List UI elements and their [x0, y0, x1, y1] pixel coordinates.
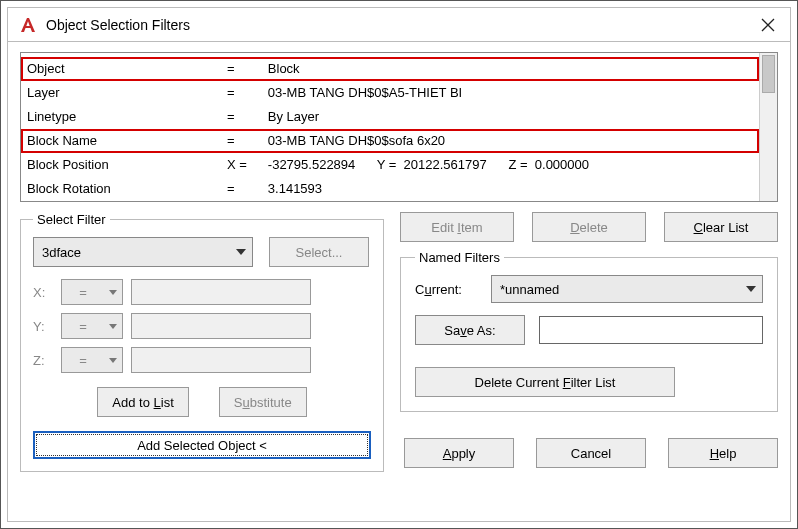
chevron-down-icon [740, 286, 762, 292]
y-label: Y: [33, 319, 53, 334]
z-label: Z: [33, 353, 53, 368]
close-button[interactable] [746, 8, 790, 42]
select-filter-group: Select Filter 3dface Select... [20, 212, 384, 472]
delete-button: Delete [532, 212, 646, 242]
clear-list-button[interactable]: Clear List [664, 212, 778, 242]
save-as-input[interactable] [539, 316, 763, 344]
filter-row[interactable]: Layer= 03-MB TANG DH$0$A5-THIET BI [21, 81, 759, 105]
y-op-combo: = [61, 313, 123, 339]
filter-list[interactable]: Object= BlockLayer= 03-MB TANG DH$0$A5-T… [20, 52, 778, 202]
current-label: Current: [415, 282, 477, 297]
z-op-combo: = [61, 347, 123, 373]
edit-item-button: Edit Item [400, 212, 514, 242]
delete-current-filter-button[interactable]: Delete Current Filter List [415, 367, 675, 397]
chevron-down-icon [230, 249, 252, 255]
apply-button[interactable]: Apply [404, 438, 514, 468]
app-icon [18, 15, 38, 35]
add-to-list-button[interactable]: Add to List [97, 387, 188, 417]
x-value-input [131, 279, 311, 305]
close-icon [761, 18, 775, 32]
chevron-down-icon [104, 358, 122, 363]
current-filter-combo[interactable]: *unnamed [491, 275, 763, 303]
filter-type-value: 3dface [34, 245, 230, 260]
scrollbar[interactable] [759, 53, 777, 201]
add-selected-object-button[interactable]: Add Selected Object < [33, 431, 371, 459]
window-title: Object Selection Filters [46, 17, 746, 33]
chevron-down-icon [104, 324, 122, 329]
y-value-input [131, 313, 311, 339]
named-filters-legend: Named Filters [415, 250, 504, 265]
filter-type-combo[interactable]: 3dface [33, 237, 253, 267]
filter-row[interactable]: Linetype= By Layer [21, 105, 759, 129]
x-op-combo: = [61, 279, 123, 305]
filter-row[interactable]: Block PositionX = -32795.522894 Y = 2012… [21, 153, 759, 177]
filter-row[interactable]: Object= Block [21, 57, 759, 81]
named-filters-group: Named Filters Current: *unnamed Save As: [400, 250, 778, 412]
z-value-input [131, 347, 311, 373]
scroll-thumb[interactable] [762, 55, 775, 93]
filter-row[interactable]: Block Rotation= 3.141593 [21, 177, 759, 201]
x-label: X: [33, 285, 53, 300]
select-button: Select... [269, 237, 369, 267]
chevron-down-icon [104, 290, 122, 295]
substitute-button: Substitute [219, 387, 307, 417]
filter-row[interactable]: Block Name= 03-MB TANG DH$0$sofa 6x20 [21, 129, 759, 153]
select-filter-legend: Select Filter [33, 212, 110, 227]
save-as-button[interactable]: Save As: [415, 315, 525, 345]
cancel-button[interactable]: Cancel [536, 438, 646, 468]
help-button[interactable]: Help [668, 438, 778, 468]
current-filter-value: *unnamed [492, 282, 740, 297]
